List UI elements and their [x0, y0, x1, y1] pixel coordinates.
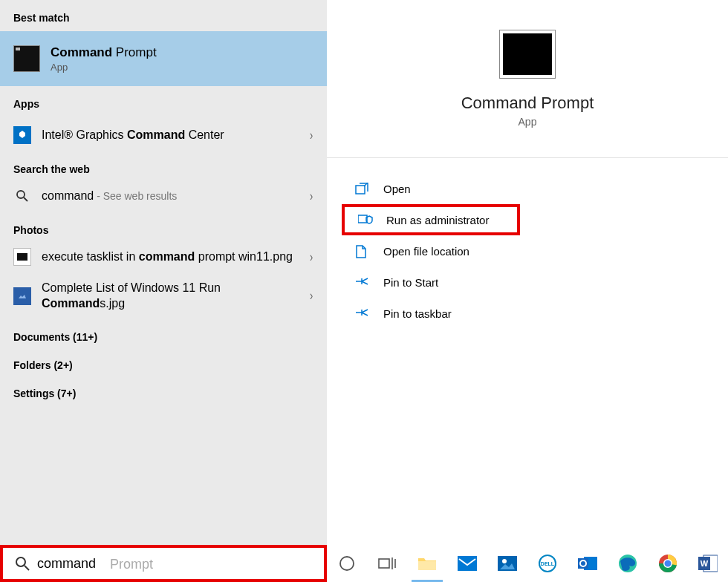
chevron-right-icon: › — [310, 189, 313, 204]
word-button[interactable]: W — [688, 545, 728, 582]
svg-point-26 — [665, 560, 672, 567]
app-intel-graphics-command-center[interactable]: Intel® Graphics Command Center › — [0, 117, 327, 153]
svg-line-7 — [25, 566, 29, 570]
open-icon — [355, 183, 370, 194]
svg-rect-9 — [379, 559, 389, 568]
file-explorer-button[interactable] — [407, 545, 447, 582]
svg-rect-12 — [418, 561, 436, 570]
svg-point-15 — [502, 559, 507, 563]
photo-result-1[interactable]: execute tasklist in command prompt win11… — [0, 239, 327, 275]
section-apps: Apps — [0, 86, 327, 117]
svg-rect-3 — [17, 292, 27, 300]
svg-rect-2 — [17, 253, 27, 261]
web-result-label: command - See web results — [42, 189, 299, 203]
svg-rect-4 — [356, 186, 365, 194]
photo-1-label: execute tasklist in command prompt win11… — [42, 249, 299, 265]
svg-rect-5 — [358, 215, 367, 223]
chevron-right-icon: › — [310, 288, 313, 304]
svg-point-6 — [16, 558, 25, 566]
section-photos: Photos — [0, 214, 327, 239]
photos-button[interactable] — [487, 545, 527, 582]
section-settings[interactable]: Settings (7+) — [0, 374, 327, 402]
image-file-icon — [13, 287, 31, 305]
section-best-match: Best match — [0, 0, 327, 31]
section-search-web: Search the web — [0, 153, 327, 178]
taskbar: Prompt DELL W — [0, 545, 728, 582]
best-match-subtitle: App — [51, 62, 157, 73]
photo-2-label: Complete List of Windows 11 Run Commands… — [42, 281, 299, 312]
svg-line-1 — [24, 197, 27, 201]
action-open-file-location[interactable]: Open file location — [327, 235, 728, 267]
file-location-icon — [355, 245, 370, 257]
photo-result-2[interactable]: Complete List of Windows 11 Run Commands… — [0, 275, 327, 318]
section-documents[interactable]: Documents (11+) — [0, 318, 327, 346]
svg-text:W: W — [701, 559, 709, 568]
app-label: Intel® Graphics Command Center — [42, 128, 299, 142]
mail-button[interactable] — [447, 545, 487, 582]
edge-button[interactable] — [608, 545, 648, 582]
detail-subtitle: App — [327, 116, 728, 128]
command-prompt-icon — [13, 45, 40, 72]
task-view-button[interactable] — [367, 545, 407, 582]
svg-rect-13 — [458, 556, 477, 571]
detail-pane: Command Prompt App Open Run as administr… — [327, 0, 728, 545]
svg-point-8 — [340, 557, 354, 570]
command-prompt-large-icon — [499, 30, 556, 79]
best-match-title: Command Prompt — [51, 45, 157, 60]
best-match-command-prompt[interactable]: Command Prompt App — [0, 31, 327, 86]
outlook-button[interactable] — [568, 545, 608, 582]
search-input[interactable] — [37, 556, 324, 572]
web-result-command[interactable]: command - See web results › — [0, 178, 327, 214]
action-open[interactable]: Open — [327, 173, 728, 204]
search-icon — [13, 187, 31, 205]
action-run-as-administrator[interactable]: Run as administrator — [342, 204, 520, 235]
taskbar-search-box[interactable]: Prompt — [0, 545, 327, 582]
chevron-right-icon: › — [310, 128, 313, 143]
cortana-button[interactable] — [327, 545, 367, 582]
action-pin-to-taskbar[interactable]: Pin to taskbar — [327, 298, 728, 329]
action-pin-to-start[interactable]: Pin to Start — [327, 267, 728, 298]
pin-icon — [355, 307, 370, 319]
image-file-icon — [13, 248, 31, 266]
intel-icon — [13, 126, 31, 144]
svg-text:DELL: DELL — [541, 561, 555, 566]
chevron-right-icon: › — [310, 249, 313, 265]
svg-point-0 — [17, 191, 25, 198]
section-folders[interactable]: Folders (2+) — [0, 346, 327, 374]
search-results-pane: Best match Command Prompt App Apps Intel… — [0, 0, 327, 545]
chrome-button[interactable] — [648, 545, 688, 582]
divider — [327, 157, 728, 158]
admin-shield-icon — [358, 214, 373, 226]
search-icon — [15, 556, 30, 571]
pin-icon — [355, 276, 370, 288]
dell-button[interactable]: DELL — [527, 545, 568, 582]
detail-title: Command Prompt — [327, 94, 728, 113]
